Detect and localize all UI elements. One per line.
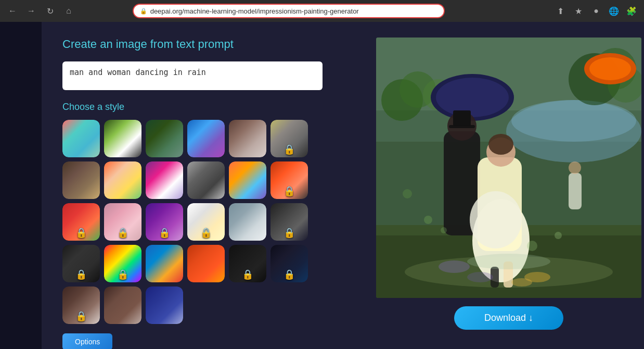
style-item-robot[interactable] [187, 120, 225, 157]
lock-icon: 🔒 [284, 269, 295, 280]
reload-button[interactable]: ↻ [43, 4, 57, 18]
lock-icon: 🔒 [75, 310, 87, 322]
main-content: Create an image from text prompt man and… [42, 22, 373, 349]
svg-point-34 [555, 232, 562, 239]
lock-icon: 🔒 [284, 227, 295, 239]
lock-icon: 🔒 [284, 144, 295, 155]
lock-icon: 🔒 [284, 185, 295, 197]
style-item-female-portrait[interactable]: 🔒 [62, 286, 100, 324]
style-item-puzzle[interactable] [146, 245, 183, 282]
sidebar [0, 22, 42, 349]
svg-point-37 [511, 278, 532, 286]
svg-point-32 [441, 227, 447, 233]
painting-svg [376, 38, 641, 298]
lock-icon: 🔒 [117, 227, 128, 239]
lock-icon: 🔒 [75, 269, 87, 280]
style-item-forest[interactable] [146, 120, 183, 157]
style-item-blue-face[interactable] [146, 286, 183, 324]
svg-point-30 [569, 161, 581, 174]
options-button[interactable]: Options [62, 333, 112, 349]
svg-point-25 [488, 134, 513, 155]
svg-point-17 [436, 78, 509, 117]
lock-icon: 🔒 [159, 227, 170, 239]
style-item-dark-lock[interactable]: 🔒 [271, 203, 308, 241]
svg-point-26 [470, 191, 522, 248]
address-bar[interactable]: 🔒 deepai.org/machine-learning-model/impr… [133, 4, 445, 18]
style-item-face-blur[interactable]: 🔒 [104, 203, 141, 241]
browser-actions: ⬆ ★ ● 🌐 🧩 [553, 4, 639, 18]
share-button[interactable]: ⬆ [553, 4, 568, 18]
svg-rect-21 [449, 125, 475, 128]
svg-point-15 [589, 57, 631, 80]
back-button[interactable]: ← [5, 4, 20, 18]
style-item-panda[interactable] [104, 120, 141, 157]
style-item-fire[interactable] [187, 245, 225, 282]
choose-style-label: Choose a style [62, 102, 353, 113]
style-item-flowers[interactable] [104, 161, 141, 199]
lock-icon: 🔒 [200, 227, 212, 239]
svg-point-40 [467, 254, 550, 269]
style-item-ballet[interactable] [146, 161, 183, 199]
page-content: Create an image from text prompt man and… [0, 22, 644, 349]
style-item-dark2[interactable]: 🔒 [62, 245, 100, 282]
lock-icon: 🔒 [242, 269, 253, 280]
svg-point-31 [424, 216, 432, 224]
style-item-metal[interactable] [187, 161, 225, 199]
svg-point-33 [527, 241, 537, 251]
generated-image [376, 38, 641, 298]
style-grid: 🔒🔒🔒🔒🔒🔒🔒🔒🔒🔒🔒🔒 [62, 120, 353, 324]
browser-chrome: ← → ↻ ⌂ 🔒 deepai.org/machine-learning-mo… [0, 0, 644, 22]
profile-button[interactable]: ● [589, 4, 603, 18]
svg-rect-29 [569, 173, 582, 209]
url-text: deepai.org/machine-learning-model/impres… [150, 7, 359, 15]
lock-icon: 🔒 [75, 227, 87, 239]
style-item-dark3[interactable]: 🔒 [229, 245, 266, 282]
home-button[interactable]: ⌂ [61, 4, 76, 18]
svg-point-4 [511, 100, 636, 142]
style-item-colorful[interactable]: 🔒 [104, 245, 141, 282]
style-item-abstract[interactable] [62, 120, 100, 157]
svg-point-35 [403, 189, 412, 198]
style-item-fox[interactable]: 🔒 [271, 161, 308, 199]
bookmark-button[interactable]: ★ [571, 4, 586, 18]
style-item-portrait[interactable] [229, 120, 266, 157]
style-item-strawberry[interactable]: 🔒 [62, 203, 100, 241]
svg-point-39 [467, 272, 493, 282]
style-item-warhol[interactable]: 🔒 [187, 203, 225, 241]
lock-icon: 🔒 [140, 8, 147, 15]
page-title: Create an image from text prompt [62, 38, 353, 51]
style-item-hat-person[interactable] [104, 286, 141, 324]
style-item-isometric[interactable] [229, 161, 266, 199]
style-item-architecture[interactable] [229, 203, 266, 241]
style-item-purple-blur[interactable]: 🔒 [146, 203, 183, 241]
style-item-dark4[interactable]: 🔒 [271, 245, 308, 282]
prompt-input[interactable]: man and woman dancing in rain [62, 61, 323, 90]
style-item-mona[interactable] [62, 161, 100, 199]
lock-icon: 🔒 [117, 269, 128, 280]
style-item-vintage[interactable]: 🔒 [271, 120, 308, 157]
svg-rect-20 [453, 110, 471, 126]
forward-button[interactable]: → [24, 4, 38, 18]
image-panel: Download ↓ [373, 22, 644, 349]
translate-button[interactable]: 🌐 [607, 4, 621, 18]
download-button[interactable]: Download ↓ [454, 306, 563, 330]
svg-point-38 [439, 260, 470, 273]
extensions-button[interactable]: 🧩 [624, 4, 639, 18]
